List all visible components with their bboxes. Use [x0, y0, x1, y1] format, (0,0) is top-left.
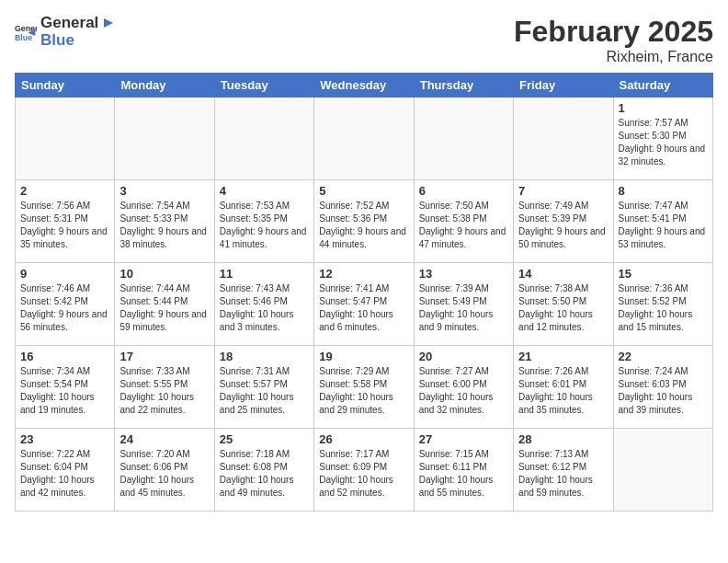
calendar-day-cell: 8Sunrise: 7:47 AM Sunset: 5:41 PM Daylig…	[613, 180, 712, 263]
day-info: Sunrise: 7:18 AM Sunset: 6:08 PM Dayligh…	[220, 448, 309, 500]
logo-general-text: General	[40, 15, 98, 32]
calendar-day-cell: 19Sunrise: 7:29 AM Sunset: 5:58 PM Dayli…	[314, 346, 414, 429]
weekday-header-cell: Monday	[115, 74, 214, 98]
day-number: 10	[119, 267, 209, 281]
day-info: Sunrise: 7:43 AM Sunset: 5:46 PM Dayligh…	[220, 282, 309, 334]
weekday-header-cell: Wednesday	[314, 74, 414, 98]
day-number: 18	[220, 350, 309, 363]
day-info: Sunrise: 7:22 AM Sunset: 6:04 PM Dayligh…	[20, 448, 109, 500]
calendar-day-cell: 20Sunrise: 7:27 AM Sunset: 6:00 PM Dayli…	[414, 346, 513, 429]
day-info: Sunrise: 7:20 AM Sunset: 6:06 PM Dayligh…	[119, 448, 209, 500]
calendar-day-cell	[314, 98, 414, 180]
day-info: Sunrise: 7:39 AM Sunset: 5:49 PM Dayligh…	[419, 282, 508, 334]
svg-marker-3	[104, 18, 113, 28]
calendar-day-cell: 16Sunrise: 7:34 AM Sunset: 5:54 PM Dayli…	[16, 346, 115, 429]
day-number: 23	[20, 432, 109, 446]
day-info: Sunrise: 7:13 AM Sunset: 6:12 PM Dayligh…	[518, 448, 608, 500]
day-number: 8	[619, 184, 708, 198]
day-info: Sunrise: 7:56 AM Sunset: 5:31 PM Dayligh…	[20, 200, 109, 251]
day-number: 13	[419, 267, 508, 281]
day-info: Sunrise: 7:33 AM Sunset: 5:55 PM Dayligh…	[119, 365, 209, 417]
calendar-day-cell	[514, 98, 613, 180]
calendar-day-cell: 13Sunrise: 7:39 AM Sunset: 5:49 PM Dayli…	[414, 263, 513, 346]
calendar-day-cell: 26Sunrise: 7:17 AM Sunset: 6:09 PM Dayli…	[314, 429, 414, 511]
calendar-day-cell	[115, 98, 214, 180]
day-number: 12	[319, 267, 408, 281]
calendar-day-cell: 7Sunrise: 7:49 AM Sunset: 5:39 PM Daylig…	[514, 180, 613, 263]
svg-text:Blue: Blue	[15, 32, 32, 41]
day-number: 4	[220, 184, 309, 198]
logo-blue-text: Blue	[40, 31, 74, 49]
weekday-header-row: SundayMondayTuesdayWednesdayThursdayFrid…	[16, 74, 713, 98]
calendar-day-cell: 18Sunrise: 7:31 AM Sunset: 5:57 PM Dayli…	[214, 346, 313, 429]
calendar-week-row: 23Sunrise: 7:22 AM Sunset: 6:04 PM Dayli…	[16, 429, 713, 511]
calendar-week-row: 1Sunrise: 7:57 AM Sunset: 5:30 PM Daylig…	[16, 98, 713, 180]
calendar-day-cell	[16, 98, 115, 180]
day-info: Sunrise: 7:53 AM Sunset: 5:35 PM Dayligh…	[220, 200, 309, 251]
day-info: Sunrise: 7:34 AM Sunset: 5:54 PM Dayligh…	[20, 365, 109, 417]
calendar-day-cell: 12Sunrise: 7:41 AM Sunset: 5:47 PM Dayli…	[314, 263, 414, 346]
day-number: 24	[119, 432, 209, 446]
day-info: Sunrise: 7:44 AM Sunset: 5:44 PM Dayligh…	[119, 282, 209, 334]
calendar-day-cell	[214, 98, 313, 180]
calendar-day-cell: 11Sunrise: 7:43 AM Sunset: 5:46 PM Dayli…	[214, 263, 313, 346]
day-number: 16	[20, 350, 109, 363]
day-number: 7	[518, 184, 608, 198]
calendar-day-cell: 9Sunrise: 7:46 AM Sunset: 5:42 PM Daylig…	[16, 263, 115, 346]
day-number: 5	[319, 184, 408, 198]
day-number: 19	[319, 350, 408, 363]
calendar-day-cell: 25Sunrise: 7:18 AM Sunset: 6:08 PM Dayli…	[214, 429, 313, 511]
day-info: Sunrise: 7:50 AM Sunset: 5:38 PM Dayligh…	[419, 200, 508, 251]
calendar-day-cell: 14Sunrise: 7:38 AM Sunset: 5:50 PM Dayli…	[514, 263, 613, 346]
day-info: Sunrise: 7:41 AM Sunset: 5:47 PM Dayligh…	[319, 282, 408, 334]
day-number: 14	[518, 267, 608, 281]
day-number: 9	[20, 267, 109, 281]
day-info: Sunrise: 7:54 AM Sunset: 5:33 PM Dayligh…	[119, 200, 209, 251]
day-info: Sunrise: 7:27 AM Sunset: 6:00 PM Dayligh…	[419, 365, 508, 417]
day-number: 6	[419, 184, 508, 198]
day-number: 20	[419, 350, 508, 363]
day-number: 26	[319, 432, 408, 446]
day-info: Sunrise: 7:17 AM Sunset: 6:09 PM Dayligh…	[319, 448, 408, 500]
calendar-day-cell: 6Sunrise: 7:50 AM Sunset: 5:38 PM Daylig…	[414, 180, 513, 263]
calendar-subtitle: Rixheim, France	[514, 49, 713, 65]
weekday-header-cell: Thursday	[414, 74, 513, 98]
day-number: 3	[119, 184, 209, 198]
weekday-header-cell: Saturday	[613, 74, 712, 98]
calendar-day-cell: 10Sunrise: 7:44 AM Sunset: 5:44 PM Dayli…	[115, 263, 214, 346]
page-header: General Blue General Blue February 2025 …	[15, 15, 713, 65]
day-info: Sunrise: 7:26 AM Sunset: 6:01 PM Dayligh…	[518, 365, 608, 417]
day-info: Sunrise: 7:46 AM Sunset: 5:42 PM Dayligh…	[20, 282, 109, 334]
day-number: 15	[619, 267, 708, 281]
day-info: Sunrise: 7:15 AM Sunset: 6:11 PM Dayligh…	[419, 448, 508, 500]
calendar-week-row: 16Sunrise: 7:34 AM Sunset: 5:54 PM Dayli…	[16, 346, 713, 429]
calendar-day-cell	[414, 98, 513, 180]
calendar-day-cell: 15Sunrise: 7:36 AM Sunset: 5:52 PM Dayli…	[613, 263, 712, 346]
calendar-week-row: 9Sunrise: 7:46 AM Sunset: 5:42 PM Daylig…	[16, 263, 713, 346]
day-info: Sunrise: 7:52 AM Sunset: 5:36 PM Dayligh…	[319, 200, 408, 251]
day-number: 21	[518, 350, 608, 363]
weekday-header-cell: Sunday	[16, 74, 115, 98]
day-info: Sunrise: 7:49 AM Sunset: 5:39 PM Dayligh…	[518, 200, 608, 251]
calendar-week-row: 2Sunrise: 7:56 AM Sunset: 5:31 PM Daylig…	[16, 180, 713, 263]
day-info: Sunrise: 7:57 AM Sunset: 5:30 PM Dayligh…	[619, 117, 708, 168]
day-number: 1	[619, 101, 708, 115]
calendar-day-cell: 27Sunrise: 7:15 AM Sunset: 6:11 PM Dayli…	[414, 429, 513, 511]
calendar-day-cell: 23Sunrise: 7:22 AM Sunset: 6:04 PM Dayli…	[16, 429, 115, 511]
calendar-day-cell	[613, 429, 712, 511]
day-number: 25	[220, 432, 309, 446]
day-info: Sunrise: 7:36 AM Sunset: 5:52 PM Dayligh…	[619, 282, 708, 334]
day-info: Sunrise: 7:29 AM Sunset: 5:58 PM Dayligh…	[319, 365, 408, 417]
weekday-header-cell: Tuesday	[214, 74, 313, 98]
calendar-table: SundayMondayTuesdayWednesdayThursdayFrid…	[15, 73, 713, 511]
day-number: 2	[20, 184, 109, 198]
calendar-day-cell: 21Sunrise: 7:26 AM Sunset: 6:01 PM Dayli…	[514, 346, 613, 429]
calendar-day-cell: 2Sunrise: 7:56 AM Sunset: 5:31 PM Daylig…	[16, 180, 115, 263]
logo-arrow-icon	[100, 15, 117, 31]
title-block: February 2025 Rixheim, France	[514, 15, 713, 65]
calendar-day-cell: 1Sunrise: 7:57 AM Sunset: 5:30 PM Daylig…	[613, 98, 712, 180]
calendar-day-cell: 28Sunrise: 7:13 AM Sunset: 6:12 PM Dayli…	[514, 429, 613, 511]
calendar-day-cell: 5Sunrise: 7:52 AM Sunset: 5:36 PM Daylig…	[314, 180, 414, 263]
calendar-day-cell: 22Sunrise: 7:24 AM Sunset: 6:03 PM Dayli…	[613, 346, 712, 429]
day-number: 22	[619, 350, 708, 363]
